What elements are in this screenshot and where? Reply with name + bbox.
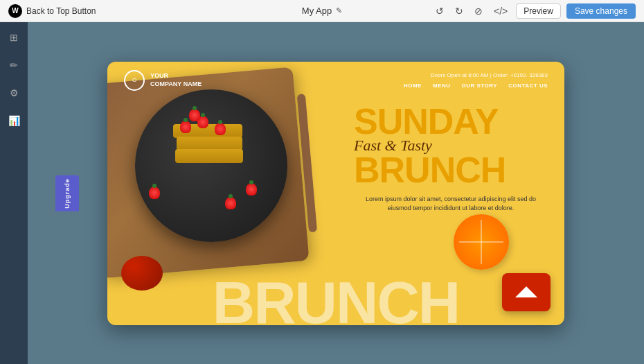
save-button[interactable]: Save changes [566, 3, 636, 19]
food-image-area [107, 62, 343, 297]
undo-button[interactable]: ↺ [433, 4, 447, 18]
waffle-layer-3 [175, 149, 243, 163]
hero-title-sunday: SUNDAY [354, 103, 548, 139]
top-bar: W Back to Top Button My App ✎ ↺ ↻ ⊘ </> … [0, 0, 644, 22]
wix-logo: W [8, 4, 22, 18]
waffle-layer-2 [177, 137, 242, 150]
site-header: O YOURCOMPANY NAME Doors Open at 8:00 AM… [107, 62, 564, 96]
strawberry-5 [149, 187, 160, 199]
strawberry-6 [225, 197, 236, 209]
strawberry-1 [180, 121, 191, 133]
preview-button[interactable]: Preview [516, 3, 561, 19]
site-logo: O YOURCOMPANY NAME [124, 70, 202, 91]
sidebar-icon-analytics[interactable]: 📊 [6, 112, 22, 129]
back-to-top-label: Back to Top Button [26, 6, 96, 16]
waffle-stack [173, 124, 256, 187]
upgrade-tab[interactable]: Upgrade [55, 175, 79, 211]
top-bar-left: W Back to Top Button [8, 4, 96, 18]
red-bowl [121, 256, 163, 291]
hero-title-brunch: BRUNCH [354, 152, 548, 188]
sidebar-icon-settings[interactable]: ⚙ [6, 85, 22, 101]
top-bar-center: My App ✎ [302, 6, 342, 16]
hero-content: SUNDAY Fast & Tasty BRUNCH Lorem ipsum d… [354, 103, 548, 214]
edit-app-icon[interactable]: ✎ [336, 6, 342, 15]
upgrade-tab-container: Upgrade [55, 175, 79, 211]
main-layout: ⊞ ✏ ⚙ 📊 BRUNCH [0, 22, 644, 364]
hero-description: Lorem ipsum dolor sit amet, consectetur … [354, 195, 548, 214]
back-to-top-button[interactable] [502, 273, 551, 311]
code-button[interactable]: </> [491, 4, 510, 18]
logo-circle: O [124, 70, 145, 91]
strawberry-7 [246, 183, 257, 196]
website-preview: BRUNCH [107, 62, 564, 325]
nav-menu[interactable]: MENU [433, 83, 451, 89]
sidebar-icon-edit[interactable]: ✏ [6, 57, 22, 73]
canvas-area: BRUNCH [28, 22, 644, 364]
site-nav: HOME MENU OUR STORY CONTACT US [404, 83, 548, 89]
app-name: My App [302, 6, 332, 16]
top-bar-right: ↺ ↻ ⊘ </> Preview Save changes [433, 3, 636, 19]
site-header-right: Doors Open at 8:00 AM | Order: +0192- 32… [404, 72, 548, 89]
chevron-up-icon [515, 286, 537, 297]
lock-button[interactable]: ⊘ [472, 4, 485, 18]
left-sidebar: ⊞ ✏ ⚙ 📊 [0, 22, 28, 364]
strawberry-3 [215, 123, 226, 135]
sidebar-icon-grid[interactable]: ⊞ [6, 29, 22, 46]
orange-half [454, 214, 509, 270]
nav-contact-us[interactable]: CONTACT US [508, 83, 548, 89]
nav-home[interactable]: HOME [404, 83, 422, 89]
strawberry-4 [189, 109, 200, 121]
logo-text: YOURCOMPANY NAME [150, 72, 202, 88]
site-tagline: Doors Open at 8:00 AM | Order: +0192- 32… [404, 72, 548, 78]
nav-our-story[interactable]: OUR STORY [462, 83, 498, 89]
redo-button[interactable]: ↻ [452, 4, 466, 18]
